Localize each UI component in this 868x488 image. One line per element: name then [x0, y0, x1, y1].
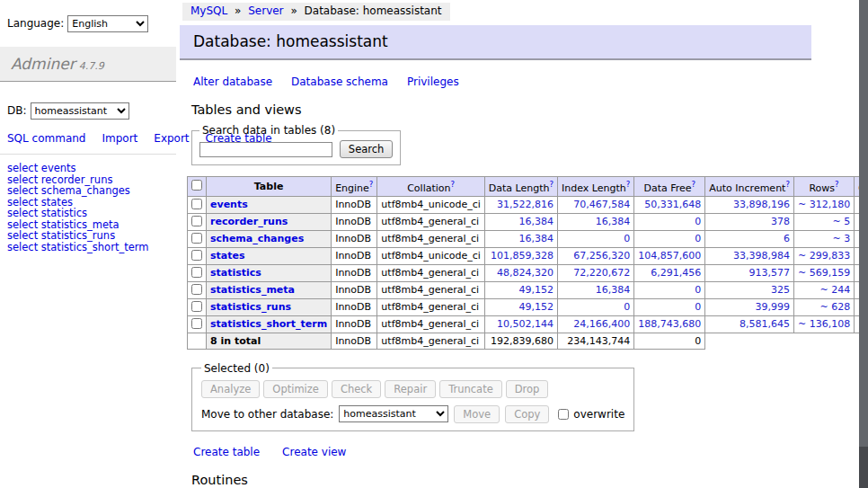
column-header-auto-increment: Auto Increment? — [705, 177, 794, 197]
rows-count-cell: ~ 136,108 — [793, 315, 854, 333]
create-table-link[interactable]: Create table — [193, 446, 260, 458]
analyze-button[interactable]: Analyze — [201, 380, 260, 398]
row-checkbox[interactable] — [191, 284, 202, 295]
breadcrumb-mysql-link[interactable]: MySQL — [190, 4, 227, 17]
table-name-link[interactable]: events — [210, 199, 248, 210]
help-icon[interactable]: ? — [369, 180, 374, 189]
sidebar-select-link[interactable]: select statistics_short_term — [7, 242, 169, 253]
table-name-cell: statistics_meta — [207, 281, 332, 298]
sidebar-table-links: select eventsselect recorder_runsselect … — [0, 154, 176, 253]
data-length-cell: 49,152 — [484, 281, 557, 298]
selected-fieldset: Selected (0) AnalyzeOptimizeCheckRepairT… — [191, 362, 634, 431]
help-icon[interactable]: ? — [550, 180, 554, 189]
search-input[interactable] — [199, 142, 332, 157]
table-row: statesInnoDButf8mb4_unicode_ci101,859,32… — [188, 247, 868, 264]
collation-cell: utf8mb4_general_ci — [377, 298, 484, 315]
main-content: MySQL » Server » Database: homeassistant… — [180, 0, 859, 488]
rows-count-cell: ~ 628 — [793, 298, 854, 315]
repair-button[interactable]: Repair — [385, 380, 436, 398]
sidebar-select-link[interactable]: select schema_changes — [7, 185, 169, 197]
breadcrumb-server-link[interactable]: Server — [248, 4, 283, 17]
row-checkbox[interactable] — [191, 301, 202, 312]
optimize-button[interactable]: Optimize — [263, 380, 328, 398]
help-icon[interactable]: ? — [692, 180, 696, 189]
move-label: Move to other database: — [201, 408, 333, 421]
db-selector-row: DB:homeassistant — [0, 93, 176, 121]
auto-increment-cell: 325 — [705, 281, 794, 298]
sidebar-select-link[interactable]: select statistics — [7, 208, 169, 219]
column-header-collation: Collation? — [377, 177, 484, 197]
row-checkbox-cell — [188, 264, 207, 281]
select-all-checkbox[interactable] — [191, 180, 202, 191]
db-select[interactable]: homeassistant — [31, 102, 129, 120]
move-button[interactable]: Move — [454, 405, 500, 423]
row-checkbox[interactable] — [191, 233, 202, 244]
scrollbar-thumb[interactable] — [859, 0, 868, 447]
app-name: Adminer — [11, 55, 75, 73]
move-database-select[interactable]: homeassistant — [339, 405, 448, 422]
sql-command-link[interactable]: SQL command — [7, 132, 85, 145]
help-icon[interactable]: ? — [785, 180, 790, 189]
row-checkbox[interactable] — [191, 216, 202, 226]
help-icon[interactable]: ? — [626, 180, 631, 189]
data-free-cell: 0 — [634, 213, 705, 230]
table-name-cell: schema_changes — [207, 230, 332, 247]
row-checkbox[interactable] — [191, 199, 202, 209]
truncate-button[interactable]: Truncate — [439, 380, 502, 398]
table-name-link[interactable]: statistics_meta — [210, 284, 295, 296]
row-checkbox[interactable] — [191, 267, 202, 278]
database-schema-link[interactable]: Database schema — [291, 75, 388, 88]
privileges-link[interactable]: Privileges — [407, 75, 459, 88]
row-checkbox[interactable] — [191, 250, 202, 261]
sidebar-select-link[interactable]: select events — [7, 163, 169, 174]
table-name-link[interactable]: states — [210, 250, 245, 262]
table-name-link[interactable]: statistics_short_term — [210, 318, 327, 330]
help-icon[interactable]: ? — [451, 180, 456, 189]
column-header-engine: Engine? — [332, 177, 377, 197]
check-button[interactable]: Check — [332, 380, 381, 398]
language-select[interactable]: English — [67, 15, 148, 32]
routines-heading: Routines — [191, 473, 859, 487]
table-name-cell: events — [207, 196, 332, 213]
auto-increment-cell: 8,581,645 — [705, 315, 794, 333]
table-name-link[interactable]: statistics_runs — [210, 301, 291, 313]
data-length-cell: 101,859,328 — [484, 247, 557, 264]
language-row: Language:English — [0, 11, 176, 36]
selected-buttons-row: AnalyzeOptimizeCheckRepairTruncateDrop — [201, 380, 624, 398]
column-header-index-length: Index Length? — [558, 177, 634, 197]
column-header-rows: Rows? — [793, 177, 854, 197]
search-button[interactable]: Search — [340, 140, 394, 158]
data-free-cell: 6,291,456 — [634, 264, 705, 281]
table-name-cell: statistics_runs — [207, 298, 332, 315]
help-icon[interactable]: ? — [835, 180, 839, 189]
data-length-cell: 48,824,320 — [484, 264, 557, 281]
index-length-cell: 16,384 — [558, 213, 634, 230]
row-checkbox-cell — [188, 213, 207, 230]
copy-button[interactable]: Copy — [505, 405, 549, 423]
rows-count-cell: ~ 244 — [793, 281, 854, 298]
drop-button[interactable]: Drop — [506, 380, 549, 398]
overwrite-checkbox[interactable] — [558, 409, 569, 420]
tables-overview-table: TableEngine?Collation?Data Length?Index … — [187, 176, 868, 350]
column-header-table: Table — [207, 177, 332, 197]
rows-count-cell: ~ 569,159 — [793, 264, 854, 281]
page-title: Database: homeassistant — [180, 25, 811, 60]
vertical-scrollbar[interactable] — [859, 0, 868, 488]
table-total-row: 8 in totalInnoDButf8mb4_general_ci192,83… — [188, 333, 868, 349]
row-checkbox[interactable] — [191, 318, 202, 329]
table-name-link[interactable]: recorder_runs — [210, 216, 288, 227]
collation-cell: utf8mb4_unicode_ci — [377, 196, 484, 213]
table-name-link[interactable]: statistics — [210, 267, 261, 279]
import-link[interactable]: Import — [102, 132, 137, 145]
data-length-cell: 16,384 — [484, 230, 557, 247]
index-length-cell: 16,384 — [558, 281, 634, 298]
data-length-cell: 49,152 — [484, 298, 557, 315]
table-row: statistics_runsInnoDButf8mb4_general_ci4… — [188, 298, 868, 315]
table-name-cell: recorder_runs — [207, 213, 332, 230]
data-free-cell: 50,331,648 — [634, 196, 705, 213]
table-name-link[interactable]: schema_changes — [210, 233, 304, 244]
alter-database-link[interactable]: Alter database — [193, 75, 272, 88]
sidebar-select-link[interactable]: select statistics_runs — [7, 230, 169, 242]
table-row: eventsInnoDButf8mb4_unicode_ci31,522,816… — [188, 196, 868, 213]
create-view-link[interactable]: Create view — [282, 446, 346, 458]
